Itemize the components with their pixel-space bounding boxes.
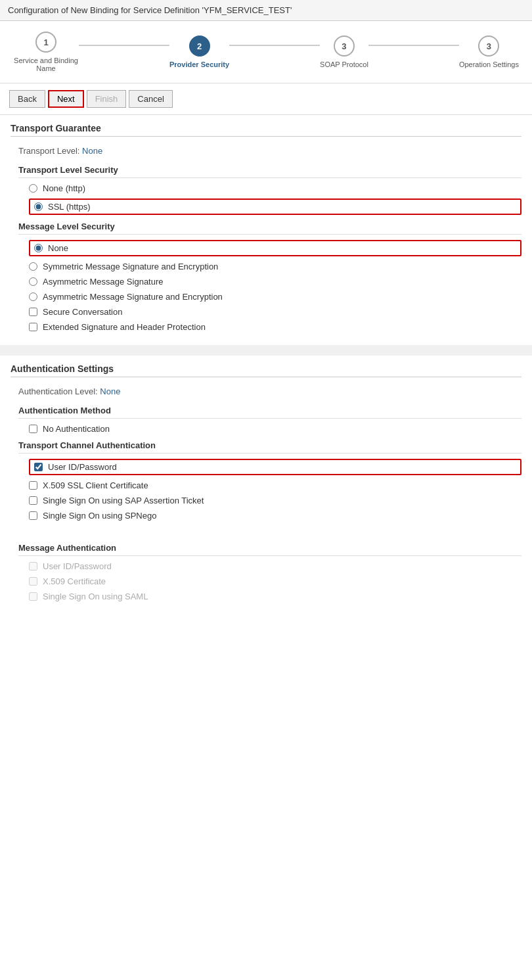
tc-sso-spnego-option[interactable]: Single Sign On using SPNego xyxy=(29,511,521,521)
ma-x509-checkbox xyxy=(29,577,37,586)
connector-3-4 xyxy=(368,45,459,46)
auth-settings-section: Authentication Settings Authentication L… xyxy=(0,356,532,615)
auth-level-value: None xyxy=(100,386,120,396)
transport-level-value: None xyxy=(82,146,102,156)
no-auth-option[interactable]: No Authentication xyxy=(29,424,521,434)
mls-symmetric-label: Symmetric Message Signature and Encrypti… xyxy=(43,262,218,271)
step-2-label: Provider Security xyxy=(169,60,229,68)
page-title: Configuration of New Binding for Service… xyxy=(0,0,532,21)
mls-asymmetric-enc-radio[interactable] xyxy=(29,292,37,301)
back-button[interactable]: Back xyxy=(9,90,45,108)
cancel-button[interactable]: Cancel xyxy=(129,90,172,108)
tc-sso-spnego-checkbox[interactable] xyxy=(29,511,37,520)
tls-none-label: None (http) xyxy=(43,183,85,193)
message-auth-group: User ID/Password X.509 Certificate Singl… xyxy=(18,561,521,601)
secure-conv-checkbox[interactable] xyxy=(29,308,37,316)
next-button[interactable]: Next xyxy=(48,90,84,108)
step-4: 3 Operation Settings xyxy=(459,35,519,68)
tc-userid-label: User ID/Password xyxy=(48,462,117,472)
tls-title: Transport Level Security xyxy=(18,165,521,178)
secure-conv-label: Secure Conversation xyxy=(43,307,122,317)
ma-sso-saml-label: Single Sign On using SAML xyxy=(43,592,148,601)
tc-x509-checkbox[interactable] xyxy=(29,481,37,490)
connector-1-2 xyxy=(79,45,169,46)
mls-asymmetric-radio[interactable] xyxy=(29,277,37,286)
step-3-label: SOAP Protocol xyxy=(320,60,368,68)
tls-none-option[interactable]: None (http) xyxy=(29,183,521,193)
no-auth-checkbox[interactable] xyxy=(29,425,37,433)
step-3-circle: 3 xyxy=(334,35,355,57)
tls-ssl-label: SSL (https) xyxy=(48,202,91,212)
tc-sso-spnego-label: Single Sign On using SPNego xyxy=(43,511,156,521)
step-1: 1 Service and Binding Name xyxy=(13,32,79,72)
tc-userid-option[interactable]: User ID/Password xyxy=(29,459,521,475)
auth-settings-title: Authentication Settings xyxy=(11,363,521,377)
connector-2-3 xyxy=(229,45,320,46)
no-auth-label: No Authentication xyxy=(43,424,110,434)
no-auth-group: No Authentication xyxy=(18,424,521,434)
tc-x509-label: X.509 SSL Client Certificate xyxy=(43,480,148,490)
mls-asymmetric-label: Asymmetric Message Signature xyxy=(43,277,164,287)
mls-asymmetric-enc-option[interactable]: Asymmetric Message Signature and Encrypt… xyxy=(29,292,521,302)
ma-userid-checkbox xyxy=(29,562,37,571)
auth-method-title: Authentication Method xyxy=(18,406,521,419)
step-2-circle: 2 xyxy=(189,35,210,57)
ext-sig-option[interactable]: Extended Signature and Header Protection xyxy=(29,322,521,332)
section-separator xyxy=(0,345,532,356)
mls-none-label: None xyxy=(48,243,68,253)
ma-sso-saml-checkbox xyxy=(29,592,37,601)
tc-x509-option[interactable]: X.509 SSL Client Certificate xyxy=(29,480,521,490)
step-1-circle: 1 xyxy=(35,32,56,53)
separator xyxy=(18,526,521,536)
auth-level-row: Authentication Level: None xyxy=(11,384,521,399)
wizard-steps: 1 Service and Binding Name 2 Provider Se… xyxy=(0,21,532,83)
tc-userid-checkbox[interactable] xyxy=(34,463,43,471)
ma-x509-option: X.509 Certificate xyxy=(29,576,521,586)
tls-ssl-option[interactable]: SSL (https) xyxy=(29,198,521,215)
mls-title: Message Level Security xyxy=(18,222,521,235)
auth-level-label: Authentication Level: xyxy=(18,386,98,396)
mls-symmetric-option[interactable]: Symmetric Message Signature and Encrypti… xyxy=(29,262,521,271)
step-1-label: Service and Binding Name xyxy=(13,57,79,72)
mls-asymmetric-enc-label: Asymmetric Message Signature and Encrypt… xyxy=(43,292,223,302)
transport-guarantee-section: Transport Guarantee Transport Level: Non… xyxy=(0,115,532,345)
tc-sso-sap-option[interactable]: Single Sign On using SAP Assertion Ticke… xyxy=(29,496,521,505)
tc-sso-sap-checkbox[interactable] xyxy=(29,496,37,505)
mls-radio-group: None Symmetric Message Signature and Enc… xyxy=(18,240,521,302)
transport-channel-title: Transport Channel Authentication xyxy=(18,440,521,454)
mls-symmetric-radio[interactable] xyxy=(29,262,37,271)
tc-sso-sap-label: Single Sign On using SAP Assertion Ticke… xyxy=(43,496,204,505)
mls-asymmetric-option[interactable]: Asymmetric Message Signature xyxy=(29,277,521,287)
ma-sso-saml-option: Single Sign On using SAML xyxy=(29,592,521,601)
tls-section: Transport Level Security None (http) SSL… xyxy=(11,165,521,332)
ma-userid-label: User ID/Password xyxy=(43,561,112,571)
toolbar: Back Next Finish Cancel xyxy=(0,83,532,115)
tls-ssl-radio[interactable] xyxy=(34,202,43,211)
auth-method-section: Authentication Method No Authentication … xyxy=(11,406,521,601)
transport-level-label: Transport Level: xyxy=(18,146,79,156)
step-3: 3 SOAP Protocol xyxy=(320,35,368,68)
ext-sig-label: Extended Signature and Header Protection xyxy=(43,322,206,332)
secure-conv-option[interactable]: Secure Conversation xyxy=(29,307,521,317)
step-4-label: Operation Settings xyxy=(459,60,519,68)
transport-guarantee-title: Transport Guarantee xyxy=(11,123,521,137)
tls-radio-group: None (http) SSL (https) xyxy=(18,183,521,215)
ma-userid-option: User ID/Password xyxy=(29,561,521,571)
finish-button[interactable]: Finish xyxy=(87,90,127,108)
mls-checkbox-group: Secure Conversation Extended Signature a… xyxy=(18,307,521,332)
ma-x509-label: X.509 Certificate xyxy=(43,576,106,586)
tls-none-radio[interactable] xyxy=(29,184,37,193)
transport-channel-group: User ID/Password X.509 SSL Client Certif… xyxy=(18,459,521,521)
transport-level-row: Transport Level: None xyxy=(11,143,521,158)
mls-none-option[interactable]: None xyxy=(29,240,521,256)
mls-none-radio[interactable] xyxy=(34,244,43,252)
step-4-circle: 3 xyxy=(478,35,499,57)
message-auth-title: Message Authentication xyxy=(18,543,521,556)
ext-sig-checkbox[interactable] xyxy=(29,323,37,331)
step-2: 2 Provider Security xyxy=(169,35,229,68)
